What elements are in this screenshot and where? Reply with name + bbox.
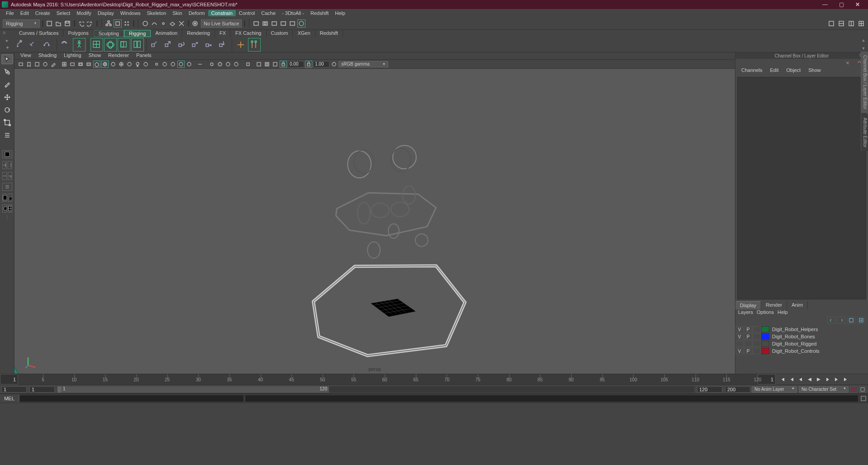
channel-tab-object[interactable]: Object bbox=[783, 67, 804, 75]
timeline-track[interactable]: 5101520253035404550556065707580859095100… bbox=[18, 374, 758, 384]
shelf-tab-polygons[interactable]: Polygons bbox=[63, 30, 93, 37]
menu-skeleton[interactable]: Skeleton bbox=[143, 10, 169, 16]
menu-help[interactable]: Help bbox=[332, 10, 348, 16]
render-view-icon[interactable] bbox=[279, 19, 287, 28]
shelf-tab-fx-caching[interactable]: FX Caching bbox=[231, 30, 266, 37]
constraint-point-icon[interactable] bbox=[162, 38, 175, 52]
step-back-key-icon[interactable] bbox=[787, 375, 796, 384]
hypershade-button[interactable] bbox=[2, 204, 7, 213]
wrap-icon[interactable] bbox=[118, 38, 130, 52]
persp-button[interactable] bbox=[2, 194, 7, 202]
bookmark-icon[interactable] bbox=[25, 61, 33, 68]
shelf-tab-redshift[interactable]: Redshift bbox=[315, 30, 343, 37]
layer-display-type[interactable] bbox=[753, 341, 761, 347]
shadows-icon[interactable] bbox=[142, 61, 149, 68]
wire-on-shaded-icon[interactable] bbox=[118, 61, 125, 68]
depth-peel-icon[interactable] bbox=[244, 61, 252, 68]
flat-preview-icon[interactable] bbox=[224, 61, 232, 68]
maximize-button[interactable]: ▢ bbox=[837, 1, 845, 8]
rotate-tool[interactable] bbox=[1, 105, 13, 115]
vp-menu-show[interactable]: Show bbox=[86, 52, 104, 59]
snap-plane-icon[interactable] bbox=[168, 19, 176, 28]
four-view-button[interactable] bbox=[2, 161, 7, 169]
snap-curve-icon[interactable] bbox=[150, 19, 158, 28]
hypershade-icon[interactable] bbox=[288, 19, 296, 28]
shelf-tab-rigging[interactable]: Rigging bbox=[124, 30, 151, 37]
three-view-button[interactable] bbox=[8, 172, 12, 180]
outliner-toggle[interactable] bbox=[2, 183, 12, 191]
layer-move-up-icon[interactable] bbox=[827, 317, 835, 324]
layer-mode-anim[interactable]: Anim bbox=[787, 301, 808, 309]
command-input[interactable] bbox=[20, 395, 243, 402]
motion-trail-icon[interactable] bbox=[196, 61, 204, 68]
camera-select-icon[interactable] bbox=[17, 61, 24, 68]
layer-menu-options[interactable]: Options bbox=[757, 309, 774, 317]
timeline-current-frame-left[interactable]: 1 bbox=[0, 374, 18, 384]
layer-display-type[interactable] bbox=[753, 333, 761, 340]
use-default-mat-icon[interactable] bbox=[110, 61, 117, 68]
constraint-scale-icon[interactable] bbox=[190, 38, 202, 52]
menu-modify[interactable]: Modify bbox=[73, 10, 94, 16]
script-lang-label[interactable]: MEL bbox=[0, 394, 19, 403]
menu--3dtoall-[interactable]: - 3DtoAll - bbox=[279, 10, 307, 16]
anim-layer-combo[interactable]: No Anim Layer bbox=[752, 386, 797, 393]
motion-blur-icon[interactable] bbox=[186, 61, 193, 68]
range-end-outer[interactable]: 200 bbox=[725, 386, 750, 393]
layer-playback-toggle[interactable]: P bbox=[744, 326, 752, 332]
image-plane-icon[interactable] bbox=[33, 61, 41, 68]
xray-icon[interactable] bbox=[161, 61, 168, 68]
uv-button[interactable] bbox=[8, 204, 12, 213]
make-live-icon[interactable] bbox=[191, 19, 199, 28]
blend-shape-icon[interactable] bbox=[131, 38, 144, 52]
layer-display-type[interactable] bbox=[753, 326, 761, 332]
menu-deform[interactable]: Deform bbox=[186, 10, 208, 16]
go-end-icon[interactable] bbox=[842, 375, 850, 384]
shelf-tab-curves-surfaces[interactable]: Curves / Surfaces bbox=[14, 30, 63, 37]
vp-menu-view[interactable]: View bbox=[18, 52, 33, 59]
redo-icon[interactable] bbox=[86, 19, 94, 28]
constraint-parent-icon[interactable] bbox=[149, 38, 162, 52]
color-mgmt-icon[interactable] bbox=[330, 61, 338, 68]
step-back-icon[interactable] bbox=[796, 375, 805, 384]
ik-handle-icon[interactable] bbox=[28, 38, 41, 52]
open-scene-icon[interactable] bbox=[54, 19, 62, 28]
layer-color-swatch[interactable] bbox=[761, 341, 769, 347]
lattice-icon[interactable] bbox=[91, 38, 103, 52]
resolution-gate-icon[interactable] bbox=[77, 61, 84, 68]
play-forward-icon[interactable] bbox=[815, 375, 823, 384]
color-space-combo[interactable]: sRGB gamma bbox=[339, 61, 388, 67]
gamma-lock-icon[interactable] bbox=[280, 61, 287, 68]
range-thumb[interactable]: 1 120 bbox=[57, 386, 329, 393]
joint-tool-icon[interactable] bbox=[14, 38, 27, 52]
new-scene-icon[interactable] bbox=[45, 19, 53, 28]
menu-file[interactable]: File bbox=[3, 10, 17, 16]
isolate-select-icon[interactable] bbox=[153, 61, 160, 68]
sidebar-toggle-2-icon[interactable] bbox=[837, 19, 845, 28]
step-forward-icon[interactable] bbox=[824, 375, 832, 384]
vp-menu-lighting[interactable]: Lighting bbox=[62, 52, 84, 59]
menu-create[interactable]: Create bbox=[32, 10, 53, 16]
save-scene-icon[interactable] bbox=[63, 19, 72, 28]
select-tool[interactable] bbox=[1, 54, 13, 64]
layer-playback-toggle[interactable]: P bbox=[744, 348, 752, 354]
layer-row[interactable]: Digit_Robot_Rigged bbox=[735, 340, 868, 347]
layer-menu-layers[interactable]: Layers bbox=[738, 309, 753, 317]
layer-playback-toggle[interactable]: P bbox=[744, 333, 752, 340]
snap-point-icon[interactable] bbox=[159, 19, 167, 28]
menu-redshift[interactable]: Redshift bbox=[307, 10, 332, 16]
layer-visibility-toggle[interactable]: V bbox=[735, 348, 744, 354]
skin-bind-icon[interactable] bbox=[59, 38, 72, 52]
film-gate-icon[interactable] bbox=[69, 61, 76, 68]
side-tab-channel-box[interactable]: Channel Box / Layer Editor bbox=[861, 52, 868, 113]
sidebar-toggle-1-icon[interactable] bbox=[827, 19, 835, 28]
script-editor-icon[interactable] bbox=[859, 395, 868, 402]
layer-playback-toggle[interactable] bbox=[744, 341, 752, 347]
wireframe-icon[interactable] bbox=[93, 61, 100, 68]
layer-visibility-toggle[interactable]: V bbox=[735, 333, 744, 340]
range-track[interactable]: 1 120 bbox=[57, 386, 694, 393]
vp-menu-panels[interactable]: Panels bbox=[134, 52, 154, 59]
shelf-scroll-up-icon[interactable]: ▲ bbox=[862, 38, 866, 43]
viewport-gamma-color-icon[interactable] bbox=[272, 61, 279, 68]
layer-visibility-toggle[interactable]: V bbox=[735, 326, 744, 332]
gamma-out-lock-icon[interactable] bbox=[305, 61, 312, 68]
